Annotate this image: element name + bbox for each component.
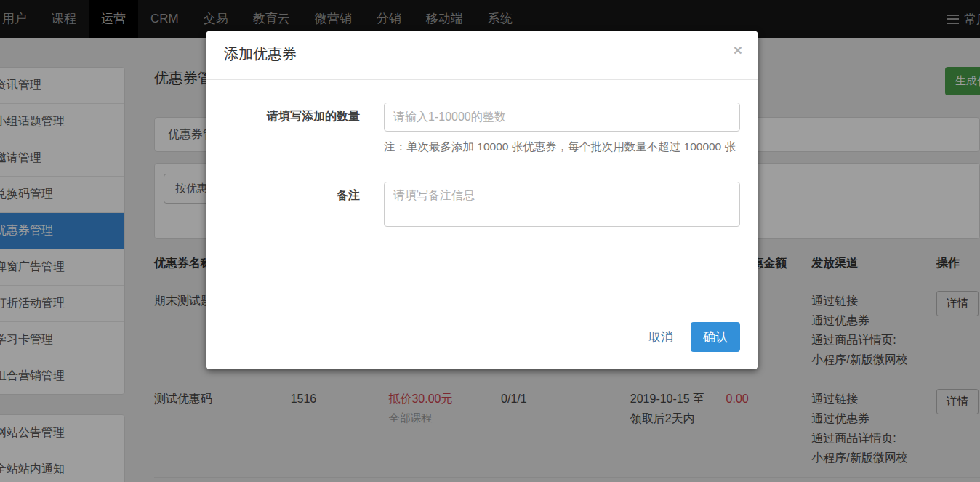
remark-label: 备注 [224,182,384,230]
modal-header: 添加优惠券 × [206,31,758,80]
add-coupon-modal: 添加优惠券 × 请填写添加的数量 注：单次最多添加 10000 张优惠券，每个批… [206,31,758,369]
quantity-form-row: 请填写添加的数量 注：单次最多添加 10000 张优惠券，每个批次用数量不超过 … [224,103,740,156]
modal-footer: 取消 确认 [206,302,758,369]
confirm-button[interactable]: 确认 [691,322,740,352]
remark-form-row: 备注 [224,182,740,230]
cancel-button[interactable]: 取消 [648,329,673,345]
close-icon[interactable]: × [734,42,742,57]
quantity-label: 请填写添加的数量 [224,103,384,156]
modal-title: 添加优惠券 [224,46,297,62]
quantity-note: 注：单次最多添加 10000 张优惠券，每个批次用数量不超过 100000 张 [384,138,740,156]
modal-body: 请填写添加的数量 注：单次最多添加 10000 张优惠券，每个批次用数量不超过 … [206,80,758,302]
remark-textarea[interactable] [384,182,740,227]
quantity-input[interactable] [384,103,740,132]
